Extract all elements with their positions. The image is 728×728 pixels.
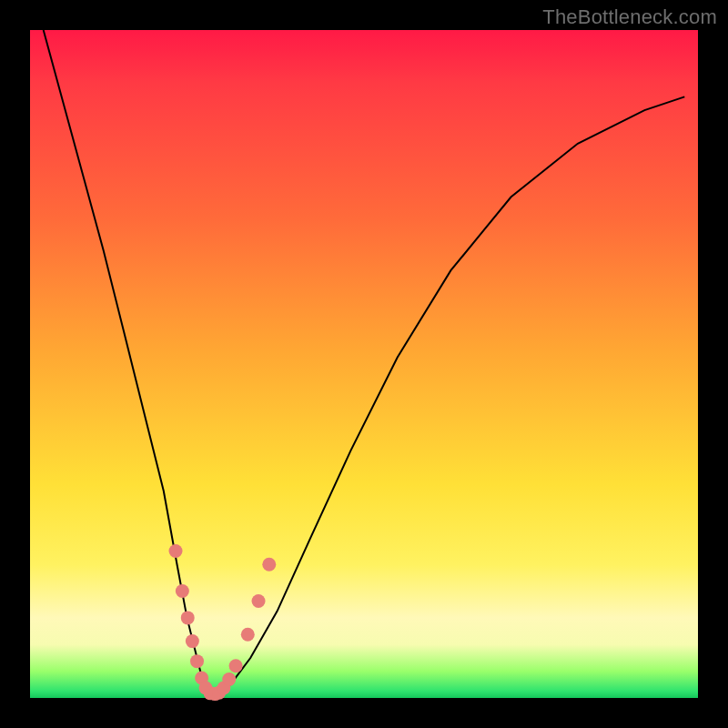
- marker-pill: [282, 492, 288, 517]
- marker-dot: [241, 628, 255, 642]
- plot-area: [30, 30, 698, 698]
- marker-pill: [275, 519, 282, 543]
- chart-frame: TheBottleneck.com: [0, 0, 728, 728]
- marker-dot: [262, 558, 276, 571]
- marker-dot: [169, 544, 183, 558]
- marker-dot: [252, 594, 266, 608]
- marker-group: [161, 479, 289, 701]
- curve-svg: [30, 30, 698, 698]
- marker-dot: [176, 584, 189, 598]
- marker-dot: [229, 659, 243, 672]
- marker-dot: [222, 672, 236, 686]
- marker-dot: [181, 611, 195, 624]
- bottleneck-curve: [44, 30, 685, 694]
- marker-dot: [186, 634, 199, 648]
- watermark-text: TheBottleneck.com: [542, 5, 717, 29]
- marker-dot: [190, 654, 204, 668]
